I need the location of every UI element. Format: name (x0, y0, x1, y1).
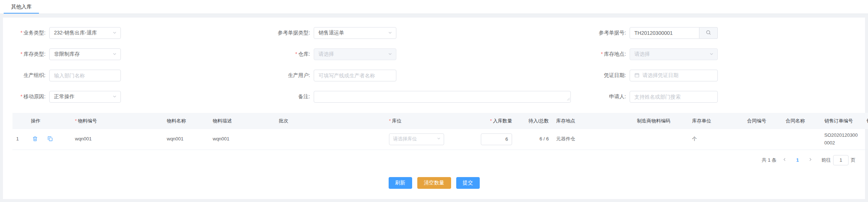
delete-row-button[interactable] (32, 136, 38, 143)
col-material-name-header: 物料名称 (163, 113, 209, 129)
col-batch-header: 批次 (275, 113, 385, 129)
stock-location-select[interactable]: 请选择 (630, 48, 718, 60)
col-material-desc-header: 物料描述 (209, 113, 275, 129)
required-marker: * (295, 51, 297, 57)
material-name-cell: wqn001 (163, 129, 209, 150)
stock-location-cell: 元器件仓 (552, 129, 633, 150)
business-type-label: *业务类型: (12, 30, 49, 36)
col-stock-location-header: 库存地点 (552, 113, 633, 129)
col-manufacturer-code-header: 制造商物料编码 (633, 113, 688, 129)
pagination: 共 1 条 1 前往 页 (12, 155, 856, 165)
warehouse-select[interactable]: 请选择 (314, 48, 396, 60)
material-code-cell: wqn001 (71, 129, 163, 150)
sales-order-no-cell: SO20201203000002 (821, 129, 863, 150)
col-contract-name-header: 合同名称 (782, 113, 821, 129)
tab-other-inbound[interactable]: 其他入库 (4, 0, 39, 14)
table-header-row: 操作 *物料编号 物料名称 物料描述 批次 *库位 *入库数量 待入/总数 库存… (12, 113, 868, 129)
applicant-field: 申请人: (586, 91, 856, 103)
business-type-select[interactable]: 232-销售出库-退库 (49, 27, 121, 39)
table-row: 1 (12, 129, 868, 150)
prod-user-label: 生产用户: (270, 72, 314, 79)
prod-org-input[interactable] (49, 70, 121, 81)
ref-doc-type-value: 销售退运单 (318, 30, 344, 36)
remark-textarea[interactable] (314, 91, 571, 103)
next-page-button[interactable] (806, 157, 815, 164)
move-reason-select[interactable]: 正常操作 (49, 91, 121, 103)
other-inbound-page: 其他入库 *业务类型: 232-销售出库-退库 参考单据类型: 销售退运单 (0, 0, 868, 202)
stock-type-value: 非限制库存 (54, 51, 80, 58)
business-type-value: 232-销售出库-退库 (54, 30, 97, 36)
pending-total-cell: 6 / 6 (516, 129, 552, 150)
voucher-date-placeholder: 请选择凭证日期 (642, 72, 678, 79)
copy-row-button[interactable] (47, 136, 53, 143)
ref-doc-no-search-button[interactable] (699, 27, 718, 39)
qty-input[interactable] (481, 133, 512, 145)
goto-page-unit: 页 (851, 157, 856, 164)
col-sales-order-name-header: 销售订单名称 (863, 113, 868, 129)
stock-type-label: *库存类型: (12, 51, 49, 58)
applicant-input[interactable] (630, 91, 718, 103)
pagination-total: 共 1 条 (762, 157, 777, 164)
bin-select[interactable]: 请选择库位 (389, 133, 444, 145)
unit-cell: 个 (688, 129, 743, 150)
required-marker: * (389, 118, 391, 124)
refresh-button[interactable]: 刷新 (389, 177, 412, 189)
ref-doc-type-label: 参考单据类型: (270, 30, 314, 36)
ref-doc-type-field: 参考单据类型: 销售退运单 (270, 27, 586, 39)
required-marker: * (21, 93, 22, 99)
material-desc-cell: wqn001 (209, 129, 275, 150)
col-sales-order-no-header: 销售订单编号 (821, 113, 863, 129)
move-reason-label: *移动原因: (12, 93, 49, 100)
applicant-label: 申请人: (586, 93, 630, 100)
chevron-right-icon (808, 157, 813, 163)
chevron-down-icon (112, 94, 117, 100)
col-pending-total-header: 待入/总数 (516, 113, 552, 129)
prod-user-input[interactable] (314, 70, 396, 81)
remark-label: 备注: (270, 93, 314, 100)
warehouse-field: *仓库: 请选择 (270, 48, 586, 60)
material-table: 操作 *物料编号 物料名称 物料描述 批次 *库位 *入库数量 待入/总数 库存… (12, 113, 868, 150)
copy-icon (47, 136, 53, 143)
chevron-down-icon (112, 30, 117, 36)
manufacturer-code-cell (633, 129, 688, 150)
col-material-code-header: *物料编号 (71, 113, 163, 129)
col-unit-header: 库存单位 (688, 113, 743, 129)
chevron-down-icon (437, 135, 441, 143)
stock-type-select[interactable]: 非限制库存 (49, 48, 121, 60)
bin-placeholder: 请选择库位 (393, 135, 417, 143)
business-type-field: *业务类型: 232-销售出库-退库 (12, 27, 270, 39)
col-index-header (12, 113, 27, 129)
prev-page-button[interactable] (780, 157, 789, 164)
prod-org-label: 生产组织: (12, 72, 49, 79)
trash-icon (32, 136, 38, 143)
ref-doc-no-field: 参考单据号: (586, 27, 856, 39)
contract-name-cell (782, 129, 821, 150)
col-qty-header: *入库数量 (466, 113, 516, 129)
required-marker: * (21, 51, 22, 57)
tab-bar: 其他入库 (0, 0, 868, 14)
goto-page-input[interactable] (833, 155, 849, 165)
chevron-down-icon (388, 51, 392, 57)
clear-qty-button[interactable]: 清空数量 (417, 177, 451, 189)
batch-cell (275, 129, 385, 150)
content-card: *业务类型: 232-销售出库-退库 参考单据类型: 销售退运单 (3, 18, 865, 199)
warehouse-label: *仓库: (270, 51, 314, 58)
required-marker: * (75, 118, 77, 124)
inbound-form: *业务类型: 232-销售出库-退库 参考单据类型: 销售退运单 (12, 27, 856, 103)
voucher-date-label: 凭证日期: (586, 72, 630, 79)
page-number-1[interactable]: 1 (793, 157, 802, 163)
goto-label: 前往 (821, 157, 831, 164)
bin-cell: 请选择库位 (385, 129, 466, 150)
warehouse-placeholder: 请选择 (318, 51, 334, 58)
col-bin-header: *库位 (385, 113, 466, 129)
move-reason-field: *移动原因: 正常操作 (12, 91, 270, 103)
chevron-down-icon (709, 51, 714, 57)
voucher-date-input[interactable]: 请选择凭证日期 (630, 70, 718, 81)
ref-doc-type-select[interactable]: 销售退运单 (314, 27, 396, 39)
submit-button[interactable]: 提交 (456, 177, 480, 189)
stock-location-placeholder: 请选择 (634, 51, 650, 58)
col-contract-no-header: 合同编号 (743, 113, 782, 129)
stock-type-field: *库存类型: 非限制库存 (12, 48, 270, 60)
ref-doc-no-input[interactable] (630, 27, 699, 39)
required-marker: * (21, 30, 22, 36)
